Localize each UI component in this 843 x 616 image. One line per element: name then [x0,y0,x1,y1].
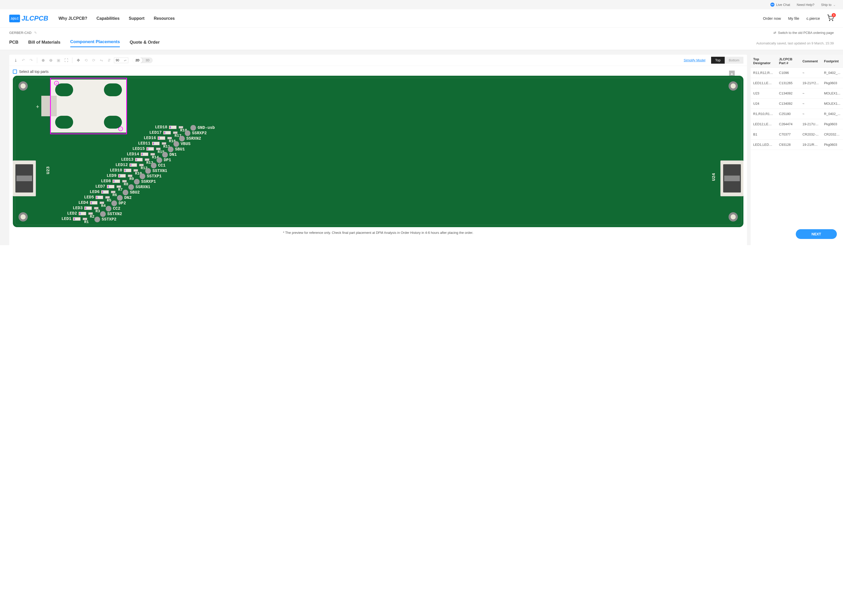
silkscreen-signal-label: DP2 [119,201,126,205]
rotate-cw-icon[interactable]: ⟳ [91,57,97,63]
table-cell: 19-217UY... [800,119,821,129]
cart-badge: 0 [832,13,836,17]
silkscreen-led-label: LED13 [116,158,133,162]
redo-icon[interactable]: ↷ [28,57,34,63]
layer-top-button[interactable]: Top [711,57,725,64]
logo-badge: J@LC [9,15,20,22]
test-pad [100,211,106,217]
table-row[interactable]: B1C70377CR2032-...CR2032_... [751,129,843,139]
tab-placements[interactable]: Component Placements [70,39,120,47]
tab-bom[interactable]: Bill of Materials [28,40,60,47]
ship-to-dropdown[interactable]: Ship to ⌄ [821,3,836,7]
table-row[interactable]: R11,R12,R13,R15...C1096~R_0402_... [751,68,843,78]
component-led[interactable] [101,190,109,194]
my-file-link[interactable]: My file [788,16,799,21]
component-b1-battery[interactable]: + − [50,78,127,134]
silkscreen-led-label: LED18 [150,125,167,129]
download-icon[interactable]: ⤓ [13,57,19,63]
component-led[interactable] [95,196,103,199]
rotate-ccw-icon[interactable]: ⟲ [83,57,89,63]
view-3d-button[interactable]: 3D [142,57,152,63]
need-help-link[interactable]: Need Help? [797,3,815,7]
pan-up-button[interactable]: ▲ [729,70,735,76]
component-led[interactable] [169,126,177,129]
table-row[interactable]: LED12,LED15,LE...C26447419-217UY...Pkg06… [751,119,843,129]
table-cell: Pkg0603 [821,78,843,88]
component-led[interactable] [73,217,81,221]
table-row[interactable]: R1,R10,R14,R16,...C25180~R_0402_... [751,109,843,119]
silkscreen-r-label: R1 [84,220,89,224]
utility-bar: ••• Live Chat Need Help? Ship to ⌄ [0,0,843,9]
table-cell: ~ [800,88,821,98]
component-led[interactable] [141,153,148,156]
order-now-link[interactable]: Order now [763,16,781,21]
view-2d-button[interactable]: 2D [132,57,142,63]
table-cell: R1,R10,R14,R16,... [751,109,777,119]
component-u24-usb[interactable] [720,160,743,197]
component-led[interactable] [118,174,126,177]
move-icon[interactable]: ✥ [75,57,81,63]
component-led[interactable] [90,201,98,205]
component-led[interactable] [107,185,114,188]
col-part[interactable]: JLCPCB Part # [777,55,800,68]
test-pad [94,217,100,222]
nav-why[interactable]: Why JLCPCB? [59,16,87,21]
user-menu[interactable]: c.pierce [806,16,820,21]
rotation-input[interactable]: 90▴▾ [114,57,128,63]
component-led[interactable] [152,142,160,145]
live-chat-link[interactable]: ••• Live Chat [770,3,790,7]
selection-highlight [50,78,127,134]
flip-v-icon[interactable]: ⇵ [106,57,112,63]
table-cell: U24 [751,98,777,109]
flip-h-icon[interactable]: ⇋ [98,57,104,63]
nav-support[interactable]: Support [129,16,145,21]
next-button[interactable]: NEXT [796,229,837,239]
cart-button[interactable]: 0 [827,15,834,22]
undo-icon[interactable]: ↶ [21,57,26,63]
silkscreen-signal-label: SSTXP1 [147,174,162,178]
tab-pcb[interactable]: PCB [9,40,19,47]
parts-table: Top Designator JLCPCB Part # Comment Foo… [751,55,843,150]
zoom-in-icon[interactable]: ⊕ [40,57,46,63]
col-designator[interactable]: Top Designator [751,55,777,68]
zoom-out-icon[interactable]: ⊖ [48,57,54,63]
col-comment[interactable]: Comment [800,55,821,68]
switch-old-page-link[interactable]: ⇄ Switch to the old PCBA ordering page [773,31,834,35]
table-cell: CR2032_... [821,129,843,139]
fit-screen-icon[interactable]: ⛶ [63,57,69,63]
pcb-preview[interactable]: + + − U23 U24 LED18R18GND-usbLED17R17SSR [13,76,743,227]
col-footprint[interactable]: Footprint [821,55,843,68]
component-led[interactable] [129,163,137,167]
nav-resources[interactable]: Resources [154,16,175,21]
select-all-checkbox[interactable] [13,70,17,74]
component-led[interactable] [112,179,120,183]
component-led[interactable] [146,147,154,151]
silkscreen-led-label: LED11 [132,141,150,145]
nav-capabilities[interactable]: Capabilities [97,16,120,21]
table-cell: LED12,LED15,LE... [751,119,777,129]
silkscreen-led-label: LED6 [82,190,100,194]
file-bar: GERBER-CAD ✎ ⇄ Switch to the old PCBA or… [0,28,843,38]
component-led[interactable] [163,131,171,135]
battery-minus-icon: − [118,126,123,131]
table-cell: R_0402_... [821,68,843,78]
component-led[interactable] [84,206,92,210]
simplify-model-link[interactable]: Simplify Model [684,58,705,62]
component-led[interactable] [158,136,165,140]
table-cell: MOLEX1... [821,98,843,109]
table-row[interactable]: U23C134092~MOLEX1... [751,88,843,98]
component-led[interactable] [79,212,86,216]
table-row[interactable]: LED11,LED13,LE...C13126519-21/Y2...Pkg06… [751,78,843,88]
tab-quote[interactable]: Quote & Order [130,40,160,47]
table-row[interactable]: U24C134092~MOLEX1... [751,98,843,109]
edit-filename-icon[interactable]: ✎ [34,31,37,35]
component-led[interactable] [135,158,143,161]
table-cell: Pkg0603 [821,139,843,150]
layer-bottom-button[interactable]: Bottom [725,57,743,64]
fit-selection-icon[interactable]: ▣ [56,57,61,63]
silkscreen-r-label: R5 [107,199,111,202]
component-led[interactable] [124,169,131,172]
component-u23-usb[interactable] [13,160,36,197]
table-row[interactable]: LED1,LED10,LED...C9312819-21/R6...Pkg060… [751,139,843,150]
logo[interactable]: J@LC JLCPCB [9,15,48,22]
